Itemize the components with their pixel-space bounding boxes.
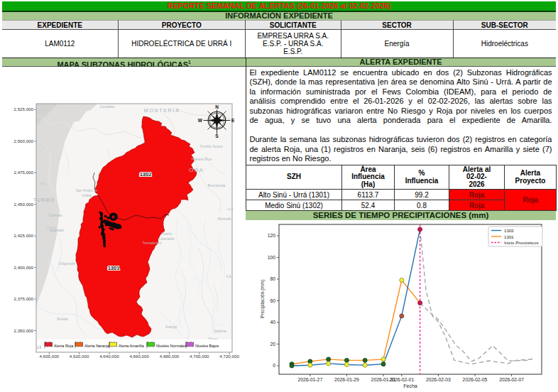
svg-text:80: 80 xyxy=(270,276,275,281)
svg-text:40: 40 xyxy=(270,320,275,325)
svg-text:San Pedro de: San Pedro de xyxy=(76,188,98,192)
svg-text:4,700,000: 4,700,000 xyxy=(190,354,209,359)
svg-text:2,525,000: 2,525,000 xyxy=(13,107,33,111)
svg-text:Planeta Rica: Planeta Rica xyxy=(192,157,212,161)
svg-text:Tierradentro: Tierradentro xyxy=(142,241,161,245)
svg-text:Montelib: Montelib xyxy=(218,217,231,221)
svg-text:Valdivia: Valdivia xyxy=(214,329,226,333)
svg-text:4,600,000: 4,600,000 xyxy=(40,354,60,359)
svg-text:2026-02-07: 2026-02-07 xyxy=(499,377,524,382)
svg-text:20: 20 xyxy=(270,342,275,347)
svg-text:2026-01-29: 2026-01-29 xyxy=(334,377,359,382)
svg-text:Ituango: Ituango xyxy=(165,325,177,329)
svg-text:2026-02-05: 2026-02-05 xyxy=(463,377,488,382)
svg-text:2,450,000: 2,450,000 xyxy=(13,202,33,207)
svg-text:120: 120 xyxy=(268,233,276,238)
svg-text:1:0: 1:0 xyxy=(37,346,42,349)
svg-text:Chigorodó: Chigorodó xyxy=(58,261,75,266)
svg-text:W: W xyxy=(198,118,203,123)
svg-text:E: E xyxy=(231,118,235,123)
svg-text:Inicio Pronósticos: Inicio Pronósticos xyxy=(504,240,539,245)
svg-text:Pueblo Nuevo: Pueblo Nuevo xyxy=(200,144,223,148)
svg-text:4,720,000: 4,720,000 xyxy=(219,354,239,359)
svg-text:2,475,000: 2,475,000 xyxy=(13,170,33,175)
svg-text:Puerto: Puerto xyxy=(162,232,173,236)
svg-text:4,640,000: 4,640,000 xyxy=(99,354,119,359)
svg-text:1301: 1301 xyxy=(108,265,120,271)
svg-text:Niveles Bajos: Niveles Bajos xyxy=(195,344,219,348)
svg-text:2,350,000: 2,350,000 xyxy=(13,328,33,333)
svg-text:Niveles Normales: Niveles Normales xyxy=(156,344,187,348)
svg-text:4,620,000: 4,620,000 xyxy=(70,354,89,359)
svg-text:Mutatá: Mutatá xyxy=(57,317,68,321)
svg-text:Currulao: Currulao xyxy=(48,213,62,217)
svg-text:Fecha: Fecha xyxy=(403,383,417,388)
svg-text:2026-02-01: 2026-02-01 xyxy=(389,377,414,382)
svg-text:2,375,000: 2,375,000 xyxy=(13,296,33,301)
svg-text:1301: 1301 xyxy=(504,234,514,239)
svg-text:Coepa: Coepa xyxy=(46,226,56,229)
svg-text:60: 60 xyxy=(270,298,275,303)
svg-text:MONTERÍA: MONTERÍA xyxy=(144,107,180,114)
svg-text:OBA: OBA xyxy=(189,167,204,173)
svg-text:ocil: ocil xyxy=(40,182,45,185)
svg-text:Cá: Cá xyxy=(226,274,231,278)
svg-text:Canalete: Canalete xyxy=(100,104,115,109)
svg-text:2026-02-03: 2026-02-03 xyxy=(426,377,451,382)
svg-text:Buenavista: Buenavista xyxy=(208,183,226,187)
svg-text:4,680,000: 4,680,000 xyxy=(160,354,180,359)
svg-text:4,660,000: 4,660,000 xyxy=(129,354,149,359)
svg-text:S: S xyxy=(215,134,219,138)
svg-text:1302: 1302 xyxy=(504,228,514,233)
svg-text:Alerta Amarilla: Alerta Amarilla xyxy=(119,344,144,348)
svg-text:Alerta Naranja: Alerta Naranja xyxy=(84,344,110,348)
svg-text:Alerta Roja: Alerta Roja xyxy=(54,344,74,348)
svg-text:2,400,000: 2,400,000 xyxy=(13,265,33,270)
svg-text:Urabá: Urabá xyxy=(82,193,92,197)
svg-text:0: 0 xyxy=(273,363,275,368)
svg-text:2,500,000: 2,500,000 xyxy=(13,138,33,143)
svg-text:100: 100 xyxy=(268,255,276,260)
svg-text:Precipitación (mm): Precipitación (mm) xyxy=(260,280,266,318)
svg-text:1302: 1302 xyxy=(140,171,152,178)
svg-text:2,425,000: 2,425,000 xyxy=(13,233,33,238)
svg-text:2026-01-27: 2026-01-27 xyxy=(297,377,322,382)
svg-text:N: N xyxy=(215,104,219,109)
svg-text:La A: La A xyxy=(226,207,234,211)
